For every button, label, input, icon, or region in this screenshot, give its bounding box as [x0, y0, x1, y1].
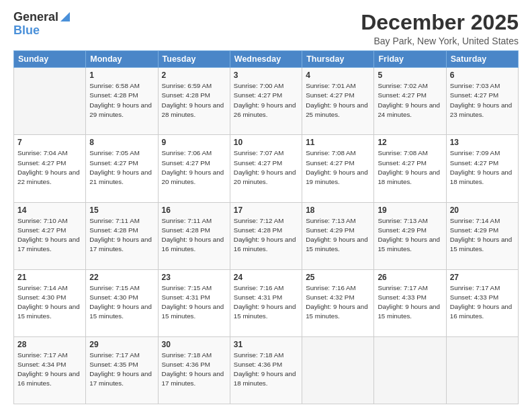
calendar-cell — [14, 68, 86, 135]
sunrise-text: Sunrise: 7:06 AM — [162, 149, 212, 156]
daylight-text: Daylight: 9 hours and 16 minutes. — [17, 370, 80, 387]
header: General Blue December 2025 Bay Park, New… — [13, 11, 519, 46]
sunrise-text: Sunrise: 7:10 AM — [17, 217, 68, 224]
calendar-cell — [302, 336, 374, 404]
sunrise-text: Sunrise: 7:11 AM — [89, 217, 140, 224]
calendar-cell: 13 Sunrise: 7:09 AM Sunset: 4:27 PM Dayl… — [446, 135, 518, 202]
day-number: 1 — [89, 71, 154, 80]
daylight-text: Daylight: 9 hours and 15 minutes. — [306, 236, 368, 253]
day-info: Sunrise: 7:01 AM Sunset: 4:27 PM Dayligh… — [306, 81, 370, 120]
day-info: Sunrise: 7:16 AM Sunset: 4:31 PM Dayligh… — [234, 283, 298, 322]
calendar-cell: 7 Sunrise: 7:04 AM Sunset: 4:27 PM Dayli… — [14, 135, 86, 202]
sunset-text: Sunset: 4:33 PM — [378, 293, 426, 301]
daylight-text: Daylight: 9 hours and 18 minutes. — [450, 169, 513, 185]
sunrise-text: Sunrise: 7:07 AM — [234, 149, 284, 156]
day-info: Sunrise: 7:08 AM Sunset: 4:27 PM Dayligh… — [306, 148, 370, 187]
calendar-cell: 1 Sunrise: 6:58 AM Sunset: 4:28 PM Dayli… — [86, 68, 158, 135]
sunrise-text: Sunrise: 7:17 AM — [450, 284, 500, 291]
day-number: 19 — [378, 205, 442, 215]
day-info: Sunrise: 7:03 AM Sunset: 4:27 PM Dayligh… — [450, 81, 515, 120]
day-number: 28 — [17, 340, 82, 349]
day-number: 30 — [162, 340, 226, 349]
day-number: 24 — [234, 273, 298, 282]
header-tuesday: Tuesday — [158, 51, 230, 68]
day-number: 13 — [450, 138, 515, 147]
day-info: Sunrise: 7:14 AM Sunset: 4:29 PM Dayligh… — [450, 216, 515, 255]
day-number: 15 — [89, 205, 154, 215]
calendar-cell: 25 Sunrise: 7:16 AM Sunset: 4:32 PM Dayl… — [302, 269, 374, 336]
calendar-cell — [374, 336, 446, 404]
svg-marker-0 — [60, 12, 70, 21]
day-info: Sunrise: 6:58 AM Sunset: 4:28 PM Dayligh… — [89, 81, 154, 120]
calendar-cell — [446, 336, 518, 404]
calendar-cell: 22 Sunrise: 7:15 AM Sunset: 4:30 PM Dayl… — [86, 269, 158, 336]
daylight-text: Daylight: 9 hours and 23 minutes. — [450, 101, 513, 118]
sunrise-text: Sunrise: 7:03 AM — [450, 82, 500, 89]
logo: General Blue — [13, 11, 70, 38]
logo-triangle-icon — [60, 12, 70, 24]
sunrise-text: Sunrise: 7:16 AM — [234, 284, 284, 291]
day-info: Sunrise: 7:17 AM Sunset: 4:33 PM Dayligh… — [450, 283, 515, 322]
calendar-cell: 4 Sunrise: 7:01 AM Sunset: 4:27 PM Dayli… — [302, 68, 374, 135]
day-info: Sunrise: 7:14 AM Sunset: 4:30 PM Dayligh… — [17, 283, 82, 322]
daylight-text: Daylight: 9 hours and 18 minutes. — [234, 370, 296, 387]
title-block: December 2025 Bay Park, New York, United… — [361, 11, 519, 46]
day-number: 4 — [306, 71, 370, 80]
sunset-text: Sunset: 4:27 PM — [378, 91, 426, 99]
day-info: Sunrise: 7:12 AM Sunset: 4:28 PM Dayligh… — [234, 216, 298, 255]
day-number: 11 — [306, 138, 370, 147]
sunrise-text: Sunrise: 6:59 AM — [162, 82, 212, 89]
day-number: 26 — [378, 273, 442, 282]
sunset-text: Sunset: 4:29 PM — [450, 226, 498, 234]
sunset-text: Sunset: 4:31 PM — [162, 293, 210, 301]
calendar-week-2: 7 Sunrise: 7:04 AM Sunset: 4:27 PM Dayli… — [14, 135, 519, 202]
day-number: 8 — [89, 138, 154, 147]
sunrise-text: Sunrise: 7:08 AM — [306, 149, 356, 156]
calendar-cell: 31 Sunrise: 7:18 AM Sunset: 4:36 PM Dayl… — [230, 336, 302, 404]
calendar-cell: 16 Sunrise: 7:11 AM Sunset: 4:28 PM Dayl… — [158, 202, 230, 269]
calendar-week-1: 1 Sunrise: 6:58 AM Sunset: 4:28 PM Dayli… — [14, 68, 519, 135]
sunrise-text: Sunrise: 7:15 AM — [162, 284, 212, 291]
day-number: 10 — [234, 138, 298, 147]
daylight-text: Daylight: 9 hours and 15 minutes. — [450, 236, 513, 253]
daylight-text: Daylight: 9 hours and 17 minutes. — [89, 370, 152, 387]
day-number: 27 — [450, 273, 515, 282]
sunrise-text: Sunrise: 7:17 AM — [378, 284, 428, 291]
sunset-text: Sunset: 4:27 PM — [17, 159, 66, 167]
day-info: Sunrise: 7:06 AM Sunset: 4:27 PM Dayligh… — [162, 148, 226, 187]
header-thursday: Thursday — [302, 51, 374, 68]
daylight-text: Daylight: 9 hours and 18 minutes. — [378, 169, 440, 185]
day-info: Sunrise: 7:02 AM Sunset: 4:27 PM Dayligh… — [378, 81, 442, 120]
calendar-cell: 28 Sunrise: 7:17 AM Sunset: 4:34 PM Dayl… — [14, 336, 86, 404]
daylight-text: Daylight: 9 hours and 21 minutes. — [89, 169, 152, 185]
main-title: December 2025 — [361, 11, 519, 34]
subtitle: Bay Park, New York, United States — [361, 36, 519, 46]
calendar-table: Sunday Monday Tuesday Wednesday Thursday… — [13, 50, 519, 404]
day-number: 25 — [306, 273, 370, 282]
calendar-cell: 26 Sunrise: 7:17 AM Sunset: 4:33 PM Dayl… — [374, 269, 446, 336]
header-monday: Monday — [86, 51, 158, 68]
sunset-text: Sunset: 4:35 PM — [89, 361, 138, 368]
calendar-cell: 11 Sunrise: 7:08 AM Sunset: 4:27 PM Dayl… — [302, 135, 374, 202]
day-info: Sunrise: 7:11 AM Sunset: 4:28 PM Dayligh… — [162, 216, 226, 255]
day-info: Sunrise: 7:09 AM Sunset: 4:27 PM Dayligh… — [450, 148, 515, 187]
calendar-cell: 5 Sunrise: 7:02 AM Sunset: 4:27 PM Dayli… — [374, 68, 446, 135]
sunset-text: Sunset: 4:27 PM — [450, 91, 498, 99]
daylight-text: Daylight: 9 hours and 15 minutes. — [17, 303, 80, 320]
daylight-text: Daylight: 9 hours and 28 minutes. — [162, 101, 224, 118]
sunrise-text: Sunrise: 7:02 AM — [378, 82, 428, 89]
sunrise-text: Sunrise: 7:17 AM — [89, 351, 140, 359]
day-info: Sunrise: 7:04 AM Sunset: 4:27 PM Dayligh… — [17, 148, 82, 187]
header-friday: Friday — [374, 51, 446, 68]
sunset-text: Sunset: 4:33 PM — [450, 293, 498, 301]
sunset-text: Sunset: 4:27 PM — [306, 159, 354, 167]
day-info: Sunrise: 7:10 AM Sunset: 4:27 PM Dayligh… — [17, 216, 82, 255]
daylight-text: Daylight: 9 hours and 29 minutes. — [89, 101, 152, 118]
calendar-body: 1 Sunrise: 6:58 AM Sunset: 4:28 PM Dayli… — [14, 68, 519, 404]
calendar-week-3: 14 Sunrise: 7:10 AM Sunset: 4:27 PM Dayl… — [14, 202, 519, 269]
daylight-text: Daylight: 9 hours and 15 minutes. — [162, 303, 224, 320]
logo-general-text: General — [13, 11, 58, 24]
sunrise-text: Sunrise: 7:05 AM — [89, 149, 140, 156]
sunset-text: Sunset: 4:27 PM — [450, 159, 498, 167]
calendar-cell: 21 Sunrise: 7:14 AM Sunset: 4:30 PM Dayl… — [14, 269, 86, 336]
